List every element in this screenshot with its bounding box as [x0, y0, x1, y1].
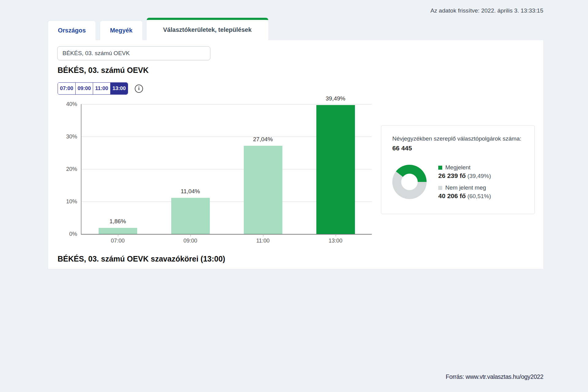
- time-button-0900[interactable]: 09:00: [75, 83, 93, 94]
- tab-orszagos[interactable]: Országos: [48, 21, 96, 40]
- last-updated-text: Az adatok frissítve: 2022. április 3. 13…: [430, 7, 543, 14]
- tabs: OrszágosMegyékVálasztókerületek, települ…: [48, 18, 268, 40]
- y-axis-label-10%: 10%: [55, 198, 77, 205]
- registry-card-body: Megjelent26 239 fő (39,49%)Nem jelent me…: [392, 164, 523, 200]
- bar-value-label: 1,86%: [81, 218, 154, 225]
- x-axis-label-1100: 11:00: [227, 238, 299, 244]
- bar-1100[interactable]: [244, 146, 282, 234]
- content-panel: BÉKÉS, 03. számú OEVK 07:0009:0011:0013:…: [48, 40, 544, 269]
- bar-value-label: 39,49%: [299, 95, 372, 102]
- y-axis-label-20%: 20%: [55, 166, 77, 172]
- registry-card: Névjegyzékben szereplő választópolgárok …: [381, 125, 535, 214]
- time-toggle: 07:0009:0011:0013:00: [58, 82, 128, 95]
- legend-value-row: 26 239 fő (39,49%): [438, 172, 491, 179]
- legend-percent: (39,49%): [466, 173, 491, 179]
- bar-slot-0700: 1,86%07:00: [81, 104, 154, 234]
- x-axis-label-0900: 09:00: [154, 238, 227, 244]
- legend-label: Megjelent: [445, 164, 470, 171]
- time-row: 07:0009:0011:0013:00 i: [58, 82, 143, 95]
- bar-slot-1300: 39,49%13:00: [299, 104, 372, 234]
- legend-swatch: [438, 166, 442, 170]
- x-axis-tick: [190, 234, 191, 236]
- bar-0700[interactable]: [99, 228, 137, 234]
- x-axis-tick: [263, 234, 263, 236]
- donut-hole: [401, 174, 418, 190]
- legend-swatch: [438, 186, 442, 190]
- bar-0900[interactable]: [171, 198, 210, 234]
- turnout-bar-chart: 0%10%20%30%40%1,86%07:0011,04%09:0027,04…: [81, 104, 372, 235]
- bar-slot-0900: 11,04%09:00: [154, 104, 227, 234]
- legend-entry-0: Megjelent26 239 fő (39,49%): [438, 164, 491, 179]
- y-axis-label-0%: 0%: [55, 231, 77, 237]
- donut-legend: Megjelent26 239 fő (39,49%)Nem jelent me…: [438, 164, 491, 200]
- bar-value-label: 27,04%: [227, 136, 299, 143]
- district-select[interactable]: [57, 46, 210, 60]
- tab-megyek[interactable]: Megyék: [100, 21, 142, 40]
- source-text: Forrás: www.vtr.valasztas.hu/ogy2022: [446, 373, 543, 380]
- bar-slot-1100: 27,04%11:00: [227, 104, 299, 234]
- legend-label-row: Megjelent: [438, 164, 491, 171]
- time-button-1300[interactable]: 13:00: [110, 83, 128, 94]
- info-icon[interactable]: i: [135, 85, 143, 93]
- y-axis-label-30%: 30%: [55, 134, 77, 140]
- x-axis-label-1300: 13:00: [299, 238, 372, 244]
- section-title: BÉKÉS, 03. számú OEVK: [58, 66, 149, 75]
- time-button-1100[interactable]: 11:00: [93, 83, 110, 94]
- registry-total: 66 445: [392, 145, 523, 152]
- legend-percent: (60,51%): [466, 193, 491, 199]
- bar-1300[interactable]: [316, 105, 355, 234]
- legend-label: Nem jelent meg: [445, 184, 486, 191]
- turnout-donut-chart: [392, 165, 427, 199]
- legend-value-row: 40 206 fő (60,51%): [438, 192, 491, 200]
- legend-value: 26 239 fő: [438, 172, 466, 179]
- x-axis-tick: [336, 234, 336, 236]
- bar-value-label: 11,04%: [154, 188, 227, 195]
- x-axis-label-0700: 07:00: [81, 238, 154, 244]
- section-subtitle: BÉKÉS, 03. számú OEVK szavazókörei (13:0…: [58, 254, 225, 263]
- time-button-0700[interactable]: 07:00: [58, 83, 75, 94]
- x-axis-tick: [118, 234, 118, 236]
- legend-value: 40 206 fő: [438, 192, 466, 199]
- legend-label-row: Nem jelent meg: [438, 184, 491, 191]
- tab-valasztokeruletek[interactable]: Választókerületek, települések: [147, 18, 268, 40]
- legend-entry-1: Nem jelent meg40 206 fő (60,51%): [438, 184, 491, 200]
- registry-card-title: Névjegyzékben szereplő választópolgárok …: [392, 135, 523, 142]
- y-axis-label-40%: 40%: [55, 101, 77, 107]
